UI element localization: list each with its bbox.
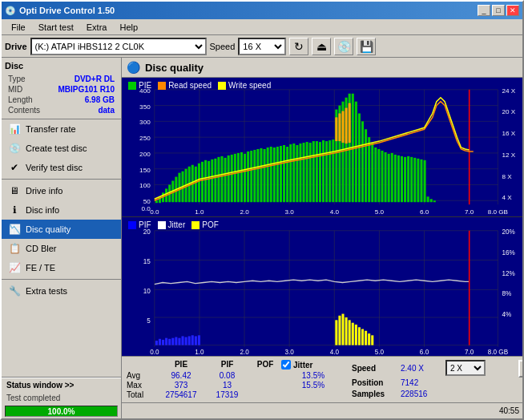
svg-rect-115 [377, 149, 380, 202]
eject-button[interactable]: ⏏ [312, 38, 331, 55]
svg-rect-122 [401, 156, 403, 202]
sidebar-divider-1 [2, 179, 121, 180]
svg-rect-70 [247, 151, 249, 202]
stats-table-section: PIE PIF POF Jitter Avg 96.42 [127, 360, 345, 399]
sidebar-item-fe-te[interactable]: 📈 FE / TE [2, 258, 121, 277]
col-jitter-header: Jitter [293, 361, 312, 370]
verify-test-disc-label: Verify test disc [26, 163, 83, 172]
status-window-button[interactable]: Status window >> [2, 378, 121, 392]
sidebar-item-drive-info[interactable]: 🖥 Drive info [2, 181, 121, 200]
svg-rect-84 [292, 143, 295, 202]
sidebar-item-disc-quality[interactable]: 📉 Disc quality [2, 220, 121, 239]
position-stat-label: Position [352, 378, 396, 387]
quality-header: 🔵 Disc quality [122, 58, 522, 78]
sidebar-item-cd-bler[interactable]: 📋 CD Bler [2, 239, 121, 258]
svg-text:4.0: 4.0 [330, 347, 340, 355]
write-speed-color-dot [218, 82, 226, 90]
sidebar-item-create-test-disc[interactable]: 💿 Create test disc [2, 139, 121, 158]
svg-rect-109 [358, 113, 361, 202]
disc-mid-label: MID [8, 85, 22, 94]
main-content: Disc Type DVD+R DL MID MBIPG101 R10 Leng… [2, 58, 522, 418]
legend-jitter-label: Jitter [168, 220, 186, 229]
sidebar-item-disc-info[interactable]: ℹ Disc info [2, 200, 121, 220]
quality-icon: 🔵 [127, 61, 140, 74]
svg-rect-175 [181, 336, 183, 345]
transfer-rate-icon: 📊 [8, 123, 21, 135]
transfer-rate-label: Transfer rate [26, 124, 76, 134]
maximize-button[interactable]: □ [492, 5, 505, 16]
svg-rect-59 [211, 160, 213, 202]
svg-rect-94 [325, 141, 328, 202]
disc-section-title: Disc [5, 61, 118, 71]
menu-file[interactable]: File [5, 21, 32, 34]
drive-select[interactable]: (K:) ATAPI iHBS112 2 CL0K [30, 38, 207, 55]
drive-info-icon: 🖥 [8, 184, 21, 197]
svg-text:150: 150 [139, 167, 151, 174]
row-max-label: Max [127, 381, 157, 390]
svg-rect-61 [217, 157, 220, 202]
svg-rect-55 [198, 164, 200, 202]
extra-tests-label: Extra tests [26, 286, 67, 296]
svg-rect-178 [191, 335, 194, 345]
svg-rect-183 [341, 314, 344, 345]
svg-rect-190 [365, 331, 367, 345]
close-button[interactable]: ✕ [506, 5, 519, 16]
speed-select[interactable]: 16 X [238, 38, 286, 55]
svg-rect-91 [316, 141, 318, 202]
save-button[interactable]: 💾 [357, 38, 376, 55]
speed-dropdown[interactable]: 2 X [445, 360, 486, 376]
sidebar-item-transfer-rate[interactable]: 📊 Transfer rate [2, 119, 121, 139]
sidebar-item-extra-tests[interactable]: 🔧 Extra tests [2, 281, 121, 301]
svg-rect-118 [388, 154, 390, 202]
start-button[interactable]: Start [518, 360, 522, 378]
legend-pof-label: POF [202, 220, 219, 229]
svg-text:1.0: 1.0 [195, 208, 204, 216]
disc-button[interactable]: 💿 [334, 38, 353, 55]
svg-rect-66 [234, 154, 236, 202]
row-total-pie: 2754617 [157, 390, 205, 399]
svg-text:6.0: 6.0 [420, 208, 429, 216]
minimize-button[interactable]: _ [478, 5, 490, 16]
svg-rect-185 [349, 320, 351, 345]
refresh-button[interactable]: ↻ [289, 38, 308, 55]
legend-write-speed-label: Write speed [228, 81, 271, 90]
status-text: Test completed [2, 392, 121, 404]
svg-text:12 X: 12 X [502, 151, 515, 159]
svg-rect-60 [214, 159, 216, 202]
svg-rect-56 [201, 162, 204, 202]
svg-rect-95 [329, 140, 331, 202]
svg-rect-81 [283, 145, 285, 202]
menu-start-test[interactable]: Start test [32, 21, 80, 34]
svg-rect-58 [208, 161, 210, 202]
sidebar-item-verify-test-disc[interactable]: ✔ Verify test disc [2, 158, 121, 177]
svg-rect-191 [368, 333, 370, 345]
jitter-checkbox[interactable] [281, 360, 291, 370]
svg-text:16%: 16% [502, 248, 515, 256]
row-max-pie: 373 [157, 381, 205, 390]
disc-info-icon: ℹ [8, 204, 21, 216]
svg-rect-121 [397, 155, 400, 202]
disc-type-value: DVD+R DL [75, 75, 115, 83]
disc-length-row: Length 6.98 GB [5, 95, 118, 105]
svg-rect-186 [352, 323, 354, 345]
menu-help[interactable]: Help [113, 21, 144, 34]
legend-jitter: Jitter [158, 220, 186, 229]
svg-rect-184 [345, 317, 348, 345]
svg-text:5: 5 [147, 316, 151, 324]
svg-rect-171 [168, 339, 171, 345]
svg-text:12%: 12% [502, 269, 515, 277]
svg-rect-114 [374, 147, 377, 202]
svg-rect-176 [185, 337, 187, 345]
status-section: Status window >> Test completed 100.0% [2, 377, 121, 418]
svg-rect-112 [368, 137, 370, 202]
svg-text:8.0 GB: 8.0 GB [488, 208, 508, 216]
disc-length-value: 6.98 GB [85, 95, 115, 104]
svg-text:4%: 4% [502, 310, 511, 318]
row-avg-pof [249, 371, 281, 380]
svg-text:8 X: 8 X [502, 173, 512, 180]
svg-text:300: 300 [139, 119, 151, 126]
pif-color-dot [128, 221, 136, 229]
svg-rect-64 [228, 155, 230, 202]
pie-color-dot [128, 82, 136, 90]
menu-extra[interactable]: Extra [80, 21, 114, 34]
